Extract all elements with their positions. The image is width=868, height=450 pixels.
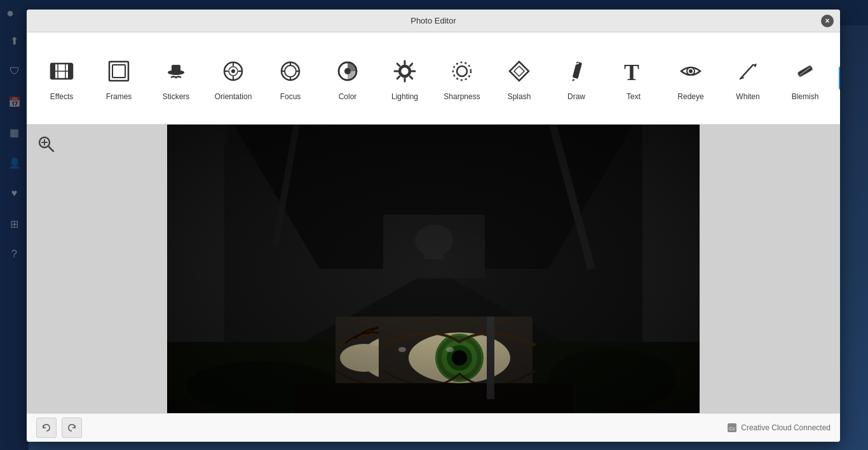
- modal-title: Photo Editor: [410, 16, 456, 25]
- tool-sharpness[interactable]: Sharpness: [433, 37, 491, 119]
- redo-button[interactable]: [62, 418, 82, 438]
- photo-container: [27, 125, 840, 413]
- whiten-icon: [732, 55, 764, 87]
- tool-draw[interactable]: Draw: [548, 37, 605, 119]
- stickers-icon: [160, 55, 192, 87]
- redeye-icon: [675, 55, 707, 87]
- svg-text:Cc: Cc: [729, 426, 735, 432]
- tool-text[interactable]: T Text: [605, 37, 662, 119]
- svg-rect-9: [172, 65, 180, 73]
- footer-cc-area: Cc Creative Cloud Connected: [727, 423, 831, 433]
- focus-label: Focus: [280, 92, 301, 101]
- tool-splash[interactable]: Splash: [491, 37, 548, 119]
- frames-icon: [103, 55, 135, 87]
- svg-line-51: [48, 146, 53, 151]
- tool-orientation[interactable]: Orientation: [205, 37, 262, 119]
- svg-point-11: [231, 69, 235, 73]
- draw-label: Draw: [567, 92, 585, 101]
- tool-color[interactable]: Color: [319, 37, 376, 119]
- toolbar-save-area: Save: [834, 66, 840, 90]
- tool-blemish[interactable]: Blemish: [776, 37, 834, 119]
- modal-footer: Cc Creative Cloud Connected: [27, 413, 840, 442]
- toolbar-tools: Effects Frames: [33, 37, 834, 119]
- svg-line-34: [410, 64, 412, 66]
- modal-content: [27, 125, 840, 413]
- lighting-icon: [389, 55, 421, 87]
- tool-lighting[interactable]: Lighting: [376, 37, 433, 119]
- splash-icon: [503, 55, 535, 87]
- svg-point-24: [344, 68, 351, 74]
- svg-line-35: [397, 76, 400, 79]
- whiten-label: Whiten: [736, 92, 759, 101]
- redeye-label: Redeye: [677, 92, 703, 101]
- focus-icon: [275, 55, 306, 87]
- tool-redeye[interactable]: Redeye: [662, 37, 719, 119]
- frames-label: Frames: [106, 92, 132, 101]
- tool-frames[interactable]: Frames: [90, 37, 147, 119]
- svg-text:T: T: [624, 60, 639, 84]
- svg-point-18: [285, 65, 296, 77]
- zoom-icon[interactable]: [36, 134, 55, 153]
- svg-rect-95: [167, 125, 700, 413]
- svg-marker-39: [510, 62, 529, 81]
- svg-marker-40: [514, 66, 524, 76]
- blemish-label: Blemish: [792, 92, 819, 101]
- orientation-label: Orientation: [215, 92, 252, 101]
- orientation-icon: [217, 55, 249, 87]
- svg-rect-7: [112, 65, 125, 78]
- modal-title-bar: Photo Editor ×: [27, 10, 840, 32]
- cc-icon: Cc: [727, 423, 737, 433]
- photo-editor-modal: Photo Editor × Effects: [27, 10, 840, 442]
- text-label: Text: [627, 92, 641, 101]
- svg-line-32: [397, 64, 400, 66]
- color-label: Color: [339, 92, 357, 101]
- undo-button[interactable]: [36, 418, 57, 438]
- tool-focus[interactable]: Focus: [262, 37, 319, 119]
- tool-whiten[interactable]: Whiten: [719, 37, 776, 119]
- text-icon: T: [618, 55, 649, 87]
- lighting-label: Lighting: [391, 92, 418, 101]
- svg-point-45: [689, 69, 693, 73]
- tool-effects[interactable]: Effects: [33, 37, 90, 119]
- svg-point-38: [453, 62, 471, 80]
- photo-svg: [167, 125, 700, 413]
- save-button[interactable]: Save: [839, 66, 840, 90]
- splash-label: Splash: [508, 92, 531, 101]
- cc-text: Creative Cloud Connected: [741, 423, 831, 432]
- color-icon: [332, 55, 363, 87]
- tool-stickers[interactable]: Stickers: [147, 37, 205, 119]
- photo-canvas: [167, 125, 700, 413]
- svg-point-26: [400, 67, 409, 76]
- blemish-icon: [789, 55, 821, 87]
- modal-close-button[interactable]: ×: [821, 15, 834, 27]
- sharpness-icon: [446, 55, 478, 87]
- sharpness-label: Sharpness: [444, 92, 480, 101]
- draw-icon: [560, 55, 592, 87]
- effects-icon: [46, 55, 78, 87]
- svg-point-37: [457, 66, 467, 76]
- effects-label: Effects: [50, 92, 73, 101]
- svg-line-33: [410, 76, 412, 79]
- modal-toolbar: Effects Frames: [27, 32, 840, 125]
- stickers-label: Stickers: [163, 92, 190, 101]
